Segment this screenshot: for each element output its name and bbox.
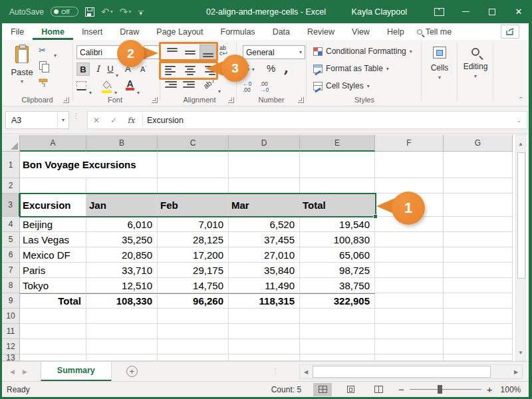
cell-C4[interactable]: 7,010 [158, 217, 229, 232]
cell-D2[interactable] [229, 178, 300, 194]
tab-insert[interactable]: Insert [73, 23, 111, 40]
zoom-level[interactable]: 100% [501, 385, 521, 394]
cell-E6[interactable]: 65,060 [300, 247, 375, 263]
scroll-down-icon[interactable]: ▼ [516, 344, 525, 360]
formula-input[interactable]: Excursion [147, 116, 184, 125]
zoom-slider-thumb[interactable] [438, 385, 442, 394]
scroll-left-icon[interactable]: ◀ [300, 365, 312, 378]
horizontal-scroll-thumb[interactable] [313, 366, 491, 378]
name-box-dropdown[interactable]: ▾ [57, 112, 68, 128]
expand-formula-bar-icon[interactable]: ⌄ [516, 117, 527, 124]
font-color-button[interactable]: A [126, 78, 134, 90]
cell-B11[interactable] [86, 324, 158, 339]
tab-data[interactable]: Data [264, 23, 299, 40]
cell-F7[interactable] [375, 263, 444, 278]
save-icon[interactable] [85, 7, 94, 17]
name-box[interactable]: A3 ▾ [5, 111, 69, 129]
cell-C3[interactable]: Feb [158, 194, 229, 217]
conditional-formatting-button[interactable]: Conditional Formatting▾ [313, 47, 412, 56]
bold-button[interactable]: B [76, 63, 90, 76]
cell-B8[interactable]: 12,510 [86, 278, 158, 293]
row-header-10[interactable]: 10 [2, 309, 20, 324]
cell-G13[interactable] [444, 354, 513, 361]
column-header-F[interactable]: F [375, 135, 444, 152]
increase-decimal-button[interactable]: ←0.00 [243, 81, 251, 93]
format-as-table-button[interactable]: Format as Table▾ [313, 64, 389, 73]
editing-button[interactable]: Editing ▾ [461, 44, 490, 98]
column-header-A[interactable]: A [20, 135, 86, 152]
row-header-8[interactable]: 8 [2, 278, 20, 293]
tab-view[interactable]: View [343, 23, 378, 40]
copy-button[interactable] [39, 61, 47, 70]
cell-D13[interactable] [229, 354, 300, 361]
tab-home[interactable]: Home [33, 23, 73, 40]
cell-A11[interactable] [20, 324, 86, 339]
column-header-C[interactable]: C [158, 135, 229, 152]
fill-color-button[interactable] [102, 80, 112, 93]
ribbon-display-options-button[interactable]: ⌃ [426, 0, 452, 23]
column-header-D[interactable]: D [229, 135, 300, 152]
row-header-2[interactable]: 2 [2, 178, 20, 194]
cell-B12[interactable] [86, 339, 158, 354]
autosave-toggle[interactable]: Off [51, 7, 78, 17]
row-header-3[interactable]: 3 [2, 194, 20, 217]
normal-view-button[interactable] [313, 383, 332, 396]
cell-E8[interactable]: 38,750 [300, 278, 375, 293]
copy-dropdown[interactable]: ▾ [54, 48, 57, 60]
tab-formulas[interactable]: Formulas [212, 23, 264, 40]
tab-help[interactable]: Help [378, 23, 413, 40]
tab-review[interactable]: Review [299, 23, 343, 40]
row-header-1[interactable]: 1 [2, 152, 20, 178]
undo-button[interactable]: ↶▾ [101, 6, 113, 18]
underline-dropdown[interactable]: ▾ [116, 68, 118, 80]
cell-E10[interactable] [300, 309, 375, 324]
cell-G8[interactable] [444, 278, 513, 293]
cell-G1[interactable] [444, 152, 513, 178]
sheet-tab-summary[interactable]: Summary [41, 362, 112, 382]
cell-E12[interactable] [300, 339, 375, 354]
cell-B4[interactable]: 6,010 [86, 217, 158, 232]
cell-B2[interactable] [86, 178, 158, 194]
cell-D8[interactable]: 11,490 [229, 278, 300, 293]
tab-file[interactable]: File [2, 23, 33, 40]
sheet-nav-left-icon[interactable]: ◀ [2, 368, 23, 375]
cell-G4[interactable] [444, 217, 513, 232]
wrap-text-button[interactable]: abc↩ [219, 45, 227, 56]
cell-F12[interactable] [375, 339, 444, 354]
cell-B9[interactable]: 108,330 [86, 293, 158, 309]
format-painter-button[interactable] [39, 78, 49, 90]
vertical-scroll-thumb[interactable] [517, 152, 525, 279]
cell-E4[interactable]: 19,540 [300, 217, 375, 232]
cell-G5[interactable] [444, 232, 513, 247]
paste-button[interactable]: Paste ▾ [10, 44, 34, 96]
alignment-dialog-launcher[interactable] [228, 97, 234, 103]
row-header-5[interactable]: 5 [2, 232, 20, 247]
italic-button[interactable]: I [92, 63, 103, 76]
cell-E1[interactable] [300, 152, 375, 178]
cell-A12[interactable] [20, 339, 86, 354]
cell-C12[interactable] [158, 339, 229, 354]
cell-F1[interactable] [375, 152, 444, 178]
cell-E3[interactable]: Total [300, 194, 375, 217]
row-header-11[interactable]: 11 [2, 324, 20, 339]
horizontal-scrollbar[interactable]: ◀ ▶ [299, 364, 523, 379]
cell-A5[interactable]: Las Vegas [20, 232, 86, 247]
cell-D4[interactable]: 6,520 [229, 217, 300, 232]
cell-G3[interactable] [444, 194, 513, 217]
decrease-decimal-button[interactable]: .00→0 [260, 81, 269, 93]
column-header-E[interactable]: E [300, 135, 375, 152]
cell-C1[interactable] [158, 152, 229, 178]
cell-B6[interactable]: 20,850 [86, 247, 158, 263]
cell-A3[interactable]: Excursion [20, 194, 86, 217]
row-header-4[interactable]: 4 [2, 217, 20, 232]
cell-B7[interactable]: 33,710 [86, 263, 158, 278]
row-header-13[interactable]: 13 [2, 354, 20, 361]
cell-F6[interactable] [375, 247, 444, 263]
cell-F11[interactable] [375, 324, 444, 339]
cell-C7[interactable]: 29,175 [158, 263, 229, 278]
cell-G11[interactable] [444, 324, 513, 339]
zoom-out-button[interactable]: − [398, 384, 404, 395]
cell-C2[interactable] [158, 178, 229, 194]
cancel-icon[interactable]: ✕ [88, 116, 105, 125]
cell-E9[interactable]: 322,905 [300, 293, 375, 309]
